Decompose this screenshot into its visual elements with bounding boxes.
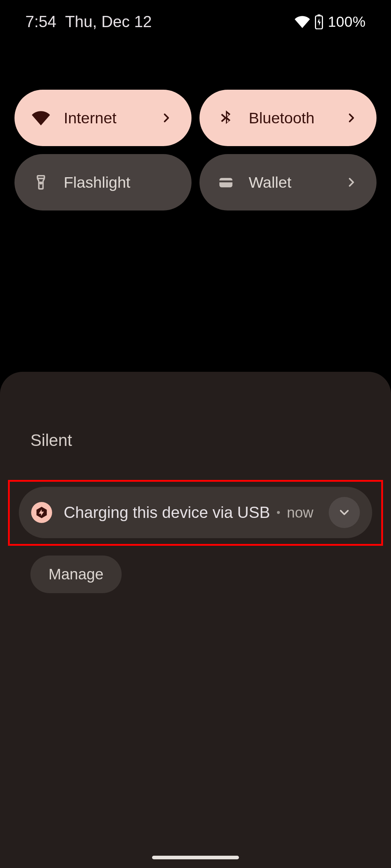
qs-label: Bluetooth (249, 109, 329, 127)
status-right: 100% (295, 14, 366, 30)
qs-tile-bluetooth[interactable]: Bluetooth (199, 90, 377, 146)
svg-rect-1 (318, 14, 320, 16)
wallet-icon (217, 173, 235, 191)
android-system-icon (31, 502, 52, 523)
qs-tile-internet[interactable]: Internet (14, 90, 192, 146)
status-date: Thu, Dec 12 (65, 13, 152, 31)
nav-handle[interactable] (152, 856, 239, 859)
status-bar: 7:54 Thu, Dec 12 100% (0, 0, 391, 43)
notification-charging[interactable]: Charging this device via USB • now (19, 487, 372, 538)
notification-title: Charging this device via USB (64, 503, 270, 522)
chevron-down-icon (337, 505, 352, 520)
chevron-right-icon (343, 110, 359, 126)
qs-label: Internet (64, 109, 144, 127)
notification-time: now (287, 505, 313, 521)
svg-rect-2 (37, 176, 44, 179)
notification-text: Charging this device via USB • now (64, 503, 317, 522)
section-label-silent: Silent (30, 430, 72, 450)
qs-label: Wallet (249, 174, 329, 191)
bluetooth-icon (217, 109, 235, 127)
svg-rect-5 (219, 180, 232, 182)
chevron-right-icon (343, 174, 359, 190)
expand-button[interactable] (329, 497, 360, 528)
notification-panel: Silent Charging this device via USB • no… (0, 372, 391, 868)
manage-label: Manage (49, 566, 104, 583)
battery-status-icon (314, 14, 324, 29)
svg-point-3 (40, 182, 42, 184)
status-time: 7:54 (25, 13, 56, 31)
wifi-status-icon (295, 14, 310, 29)
chevron-right-icon (158, 110, 174, 126)
flashlight-icon (32, 173, 50, 191)
svg-rect-4 (219, 178, 232, 187)
qs-label: Flashlight (64, 174, 174, 191)
status-left: 7:54 Thu, Dec 12 (25, 13, 152, 31)
qs-grid: Internet Bluetooth Flashlight Wallet (14, 90, 377, 210)
separator-dot: • (277, 506, 281, 519)
battery-percent: 100% (328, 14, 366, 30)
manage-button[interactable]: Manage (30, 556, 122, 593)
wifi-icon (32, 109, 50, 127)
qs-tile-flashlight[interactable]: Flashlight (14, 154, 192, 210)
qs-tile-wallet[interactable]: Wallet (199, 154, 377, 210)
